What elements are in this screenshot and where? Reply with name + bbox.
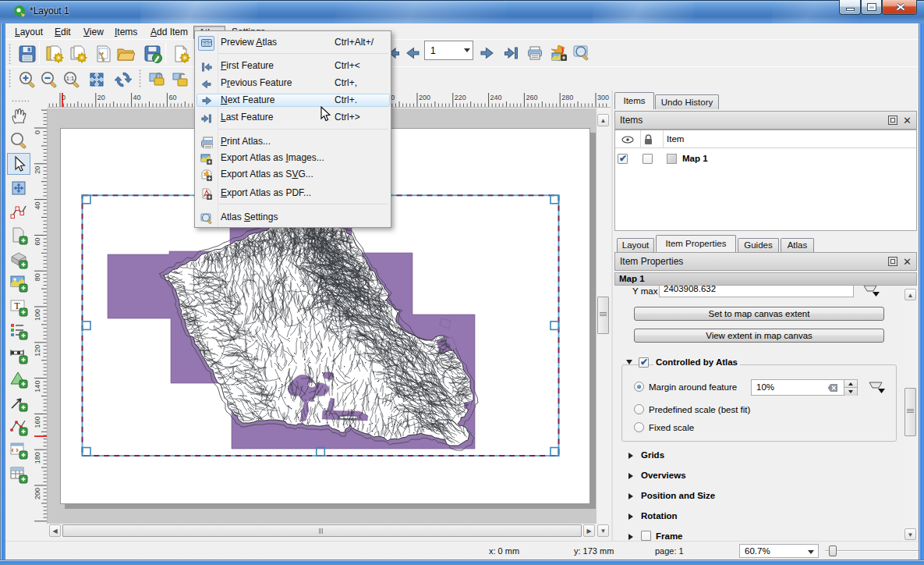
svg-text:200: 200: [34, 488, 41, 499]
svg-text:60: 60: [34, 237, 41, 245]
svg-text:20: 20: [97, 94, 105, 101]
svg-text:60: 60: [168, 94, 176, 101]
svg-text:80: 80: [34, 273, 41, 281]
svg-text:140: 140: [34, 381, 41, 393]
svg-text:280: 280: [561, 94, 573, 101]
svg-text:160: 160: [34, 416, 41, 428]
svg-text:180: 180: [34, 452, 41, 464]
svg-text:100: 100: [34, 309, 41, 321]
svg-text:0: 0: [34, 130, 41, 134]
svg-text:40: 40: [34, 202, 41, 210]
svg-text:260: 260: [526, 94, 537, 101]
svg-text:220: 220: [455, 94, 466, 101]
svg-text:120: 120: [34, 345, 41, 357]
svg-text:20: 20: [34, 166, 41, 174]
svg-text:300: 300: [597, 94, 609, 101]
svg-text:1:1: 1:1: [65, 75, 73, 82]
svg-text:240: 240: [490, 94, 502, 101]
svg-text:40: 40: [133, 94, 141, 101]
svg-text:200: 200: [419, 94, 430, 101]
